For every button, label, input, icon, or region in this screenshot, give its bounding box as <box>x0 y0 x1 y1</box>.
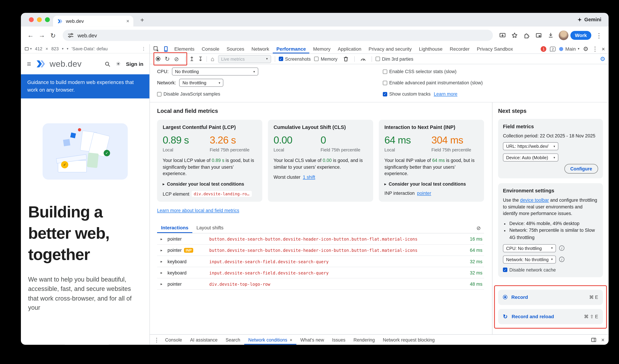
sign-in-button[interactable]: Sign in <box>126 61 143 67</box>
tab-memory[interactable]: Memory <box>310 44 334 53</box>
configure-button[interactable]: Configure <box>564 164 598 174</box>
memory-checkbox[interactable]: ✓ Memory <box>314 56 338 61</box>
network-throttling-select[interactable]: No throttling ▾ <box>179 79 224 87</box>
browser-menu-kebab-icon[interactable]: ⋮ <box>593 30 605 41</box>
throttling-dropdown[interactable]: ▾ <box>67 47 68 50</box>
interaction-row[interactable]: ▸ keyboard input.devsite-search-field.de… <box>157 267 484 279</box>
reload-button[interactable]: ↻ <box>47 30 58 41</box>
tab-application[interactable]: Application <box>334 44 365 53</box>
tab-performance[interactable]: Performance <box>273 44 310 53</box>
drawer-tab-network-conditions[interactable]: Network conditions × <box>244 335 296 345</box>
window-close-button[interactable] <box>29 17 34 22</box>
capture-settings-gear-icon[interactable]: ⚙ <box>600 55 605 63</box>
tab-console[interactable]: Console <box>198 44 223 53</box>
interaction-row[interactable]: ▸ pointer div.devsite-top-logo-row 48 ms <box>157 279 484 290</box>
inspect-element-icon[interactable] <box>151 44 161 53</box>
tab-lighthouse[interactable]: Lighthouse <box>415 44 446 53</box>
lcp-test-conditions-disclosure[interactable]: ▸Consider your local test conditions <box>163 182 257 186</box>
interaction-row[interactable]: ▸ keyboard input.devsite-search-field.de… <box>157 256 484 267</box>
close-tab-icon[interactable]: × <box>290 337 292 342</box>
error-count-badge[interactable]: 1 <box>541 46 547 52</box>
drawer-kebab-icon[interactable]: ⋮ <box>152 336 161 343</box>
tab-recorder[interactable]: Recorder <box>446 44 473 53</box>
device-toolbar-link[interactable]: device toolbar <box>520 198 549 203</box>
inp-interaction-link[interactable]: pointer <box>417 191 431 196</box>
clear-icon[interactable]: ⊘ <box>174 56 179 62</box>
media-panel-icon[interactable] <box>533 30 544 41</box>
record-and-reload-button[interactable]: ↻ Record and reload ⌘ ⇧ E <box>498 309 603 324</box>
env-cpu-select[interactable]: CPU: No throttling▾ <box>503 244 556 252</box>
drawer-tab-console[interactable]: Console <box>161 335 186 345</box>
home-live-metrics-icon[interactable]: ⌂ <box>211 56 214 62</box>
screenshots-checkbox[interactable]: ✓ Screenshots <box>279 56 311 61</box>
device-toolbar-toggle-icon[interactable] <box>161 44 171 53</box>
drawer-tab-rendering[interactable]: Rendering <box>350 335 379 345</box>
record-and-reload-icon[interactable]: ↻ <box>165 55 170 63</box>
interaction-row[interactable]: ▸ pointerINP button.devsite-search-butto… <box>157 245 484 256</box>
issues-badge[interactable]: 2 <box>550 46 556 51</box>
lcp-element-code[interactable]: div.devsite-landing-row-ite… <box>192 191 252 197</box>
row-expand-icon[interactable]: ▸ <box>159 248 164 252</box>
row-expand-icon[interactable]: ▸ <box>159 259 164 263</box>
save-data-dropdown[interactable]: 'Save-Data': defau <box>71 46 108 51</box>
new-tab-button[interactable]: + <box>137 15 147 25</box>
row-expand-icon[interactable]: ▸ <box>159 282 164 286</box>
custom-tracks-learn-more-link[interactable]: Learn more <box>434 92 457 97</box>
disable-network-cache-checkbox[interactable]: ✓ Disable network cache <box>503 267 598 272</box>
window-zoom-button[interactable] <box>45 17 50 22</box>
clear-log-icon[interactable]: ⊘ <box>473 225 484 231</box>
field-device-select[interactable]: Device: Auto (Mobile)▾ <box>503 154 558 161</box>
search-icon[interactable] <box>105 61 111 67</box>
cpu-throttling-select[interactable]: No throttling ▾ <box>172 68 258 76</box>
dim-3rd-parties-checkbox[interactable]: ✓ Dim 3rd parties <box>376 56 413 61</box>
devtools-kebab-icon[interactable]: ⋮ <box>592 45 598 53</box>
drawer-tab-issues[interactable]: Issues <box>328 335 350 345</box>
css-selector-stats-checkbox[interactable]: ✓ Enable CSS selector stats (slow) <box>383 69 456 74</box>
address-bar[interactable]: web.dev <box>63 30 493 41</box>
tab-privacy-security[interactable]: Privacy and security <box>365 44 415 53</box>
site-brand[interactable]: web.dev <box>50 59 82 69</box>
context-selector[interactable]: Main ▾ <box>559 46 579 52</box>
disable-js-samples-checkbox[interactable]: ✓ Disable JavaScript samples <box>157 92 220 97</box>
devtools-settings-gear-icon[interactable]: ⚙ <box>583 45 588 53</box>
forward-button[interactable]: → <box>36 30 47 41</box>
browser-tab[interactable]: web.dev × <box>53 16 133 27</box>
tab-elements[interactable]: Elements <box>171 44 198 53</box>
network-throttle-gauge-icon[interactable] <box>358 55 368 63</box>
downloads-icon[interactable] <box>545 30 556 41</box>
device-preset-dropdown[interactable]: ▾ <box>25 46 32 51</box>
site-settings-icon[interactable] <box>68 32 74 39</box>
field-url-select[interactable]: URL: https://web.dev/▾ <box>503 142 558 150</box>
collect-garbage-icon[interactable] <box>341 55 351 63</box>
cpu-info-icon[interactable]: i <box>559 246 564 251</box>
drawer-close-icon[interactable]: × <box>601 336 605 343</box>
drawer-tab-whats-new[interactable]: What's new <box>296 335 328 345</box>
bookmark-star-icon[interactable] <box>509 30 520 41</box>
inp-test-conditions-disclosure[interactable]: ▸Consider your local test conditions <box>384 182 478 186</box>
window-minimize-button[interactable] <box>37 17 42 22</box>
dock-side-icon[interactable] <box>591 337 597 343</box>
network-info-icon[interactable]: i <box>559 257 564 262</box>
hamburger-menu-icon[interactable]: ≡ <box>27 60 31 68</box>
record-button[interactable]: Record ⌘ E <box>498 290 603 305</box>
drawer-tab-ai-assistance[interactable]: AI assistance <box>186 335 222 345</box>
tab-layout-shifts[interactable]: Layout shifts <box>192 223 227 233</box>
device-toolbar-kebab-icon[interactable]: ⋮ <box>141 46 146 51</box>
tab-close-icon[interactable]: × <box>126 18 129 24</box>
tab-sources[interactable]: Sources <box>223 44 248 53</box>
profile-name-pill[interactable]: Work <box>570 31 591 40</box>
env-network-select[interactable]: Network: No throttling▾ <box>503 255 556 263</box>
tab-privacy-sandbox[interactable]: Privacy Sandbox <box>473 44 517 53</box>
interaction-row[interactable]: ▸ pointer button.devsite-search-button.d… <box>157 234 484 245</box>
row-expand-icon[interactable]: ▸ <box>159 237 164 241</box>
worst-cluster-link[interactable]: 1 shift <box>303 175 315 180</box>
profile-avatar[interactable] <box>559 31 569 40</box>
device-width[interactable]: 412 <box>35 46 42 51</box>
drawer-tab-search[interactable]: Search <box>222 335 244 345</box>
device-height[interactable]: 823 <box>51 46 59 51</box>
advanced-paint-checkbox[interactable]: ✓ Enable advanced paint instrumentation … <box>383 80 483 85</box>
record-icon[interactable] <box>156 57 160 61</box>
extensions-icon[interactable] <box>521 30 532 41</box>
promo-banner[interactable]: Guidance to build modern web experiences… <box>21 74 150 98</box>
tab-interactions[interactable]: Interactions <box>157 223 193 233</box>
